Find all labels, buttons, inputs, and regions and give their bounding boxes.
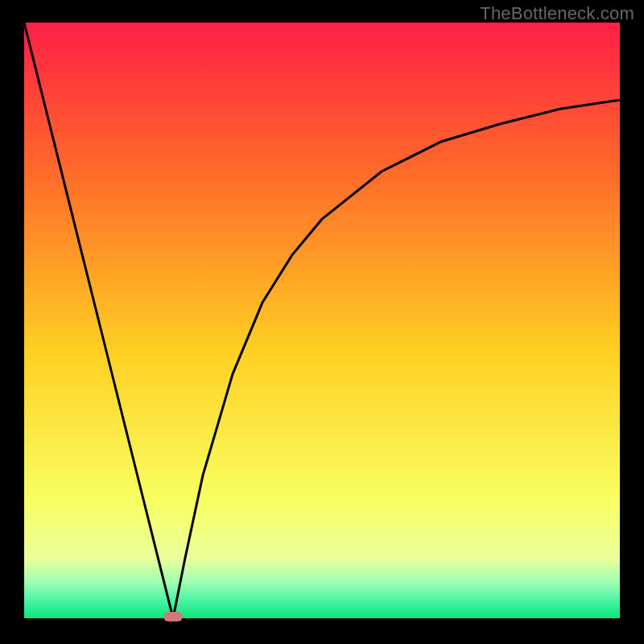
chart-container: TheBottleneck.com	[0, 0, 644, 644]
watermark-text: TheBottleneck.com	[480, 3, 634, 24]
optimal-point-marker	[163, 612, 183, 621]
gradient-background	[24, 23, 620, 618]
bottleneck-chart	[24, 23, 620, 618]
